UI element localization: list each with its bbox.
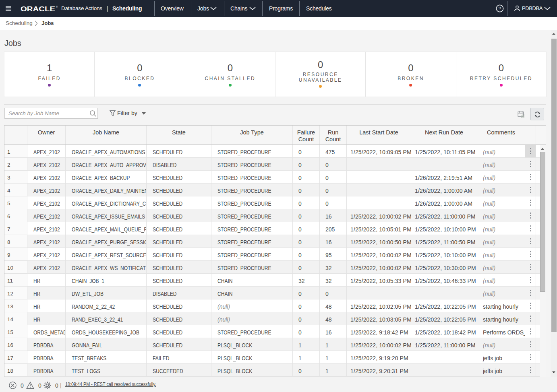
svg-text:ORACLE: ORACLE (21, 5, 55, 12)
svg-text:®: ® (56, 6, 58, 8)
svg-text:?: ? (499, 6, 501, 11)
